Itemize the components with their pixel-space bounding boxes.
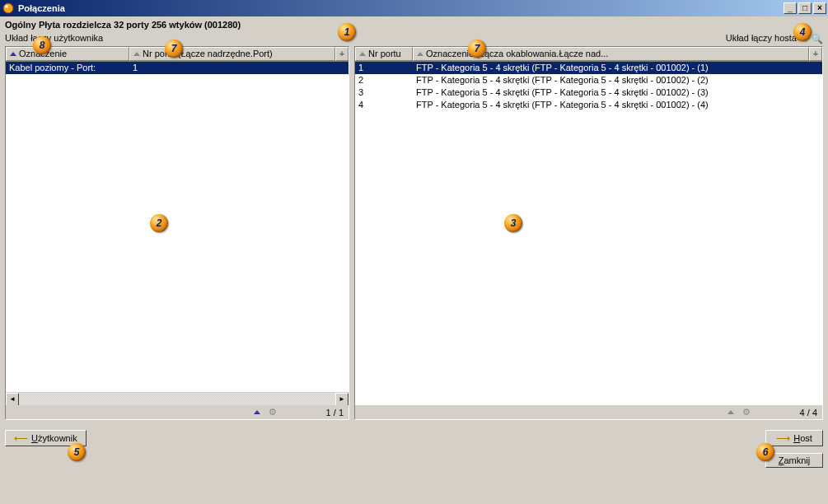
close-window-button[interactable]: × xyxy=(813,2,826,14)
page-subtitle: Ogólny Płyta rozdzielcza 32 porty 256 wt… xyxy=(0,16,828,33)
host-links-pane: Nr portu Oznaczenie (Łącza okablowania.Ł… xyxy=(354,46,823,420)
sort-icon xyxy=(359,52,366,56)
filter-icon[interactable]: ⚙ xyxy=(269,407,277,418)
sort-indicator-icon xyxy=(727,410,734,414)
left-footer: ⚙ 1 / 1 xyxy=(6,405,349,419)
col-designation[interactable]: Oznaczenie xyxy=(6,47,129,61)
refresh-icon[interactable]: ⟳ xyxy=(802,34,810,44)
table-row[interactable]: 3 FTP - Kategoria 5 - 4 skrętki (FTP - K… xyxy=(355,86,822,99)
table-row[interactable]: 2 FTP - Kategoria 5 - 4 skrętki (FTP - K… xyxy=(355,74,822,86)
col-designation-right[interactable]: Oznaczenie (Łącza okablowania.Łącze nad.… xyxy=(413,47,809,61)
right-grid-body[interactable]: 1 FTP - Kategoria 5 - 4 skrętki (FTP - K… xyxy=(355,62,822,405)
close-button[interactable]: Zamknij xyxy=(765,453,823,468)
scroll-left-button[interactable]: ◄ xyxy=(6,393,19,406)
col-port-no[interactable]: Nr portu (Łącze nadrzędne.Port) xyxy=(129,47,335,61)
table-row[interactable]: 4 FTP - Kategoria 5 - 4 skrętki (FTP - K… xyxy=(355,99,822,111)
right-grid-header: Nr portu Oznaczenie (Łącza okablowania.Ł… xyxy=(355,47,822,62)
col-port-no-right[interactable]: Nr portu xyxy=(355,47,413,61)
host-button[interactable]: ⟶ Host xyxy=(765,430,823,446)
arrow-right-icon: ⟶ xyxy=(776,432,790,444)
sort-indicator-icon xyxy=(254,410,260,414)
table-row[interactable]: Kabel poziomy - Port: 1 xyxy=(6,62,349,74)
left-page-indicator: 1 / 1 xyxy=(326,408,344,418)
maximize-button[interactable]: □ xyxy=(798,2,812,14)
user-button[interactable]: ⟵ Użytkownik xyxy=(5,430,87,446)
search-icon[interactable]: 🔍 xyxy=(812,34,823,44)
sort-icon xyxy=(417,52,423,56)
host-layout-label: Układ łączy hosta xyxy=(726,33,797,43)
scroll-track[interactable] xyxy=(19,393,335,405)
minimize-button[interactable]: _ xyxy=(784,2,797,14)
table-row[interactable]: 1 FTP - Kategoria 5 - 4 skrętki (FTP - K… xyxy=(355,62,822,74)
scroll-right-button[interactable]: ► xyxy=(335,393,349,406)
left-h-scrollbar[interactable]: ◄ ► xyxy=(6,392,349,405)
right-footer: ⚙ 4 / 4 xyxy=(355,405,822,419)
left-grid-header: Oznaczenie Nr portu (Łącze nadrzędne.Por… xyxy=(6,47,349,62)
arrow-left-icon: ⟵ xyxy=(14,432,28,444)
user-layout-label: Układ łączy użytkownika xyxy=(5,33,726,44)
sort-asc-icon xyxy=(10,52,16,56)
add-column-button[interactable]: + xyxy=(335,47,349,61)
titlebar: Połączenia _ □ × xyxy=(0,0,828,16)
filter-icon[interactable]: ⚙ xyxy=(742,407,751,418)
svg-point-0 xyxy=(3,3,13,13)
svg-point-1 xyxy=(5,5,8,8)
right-page-indicator: 4 / 4 xyxy=(800,408,817,418)
sort-icon xyxy=(133,52,140,56)
left-grid-body[interactable]: Kabel poziomy - Port: 1 xyxy=(6,62,349,392)
window-title: Połączenia xyxy=(18,3,784,13)
user-links-pane: Oznaczenie Nr portu (Łącze nadrzędne.Por… xyxy=(5,46,349,420)
add-column-button[interactable]: + xyxy=(809,47,822,61)
app-icon xyxy=(2,2,15,15)
